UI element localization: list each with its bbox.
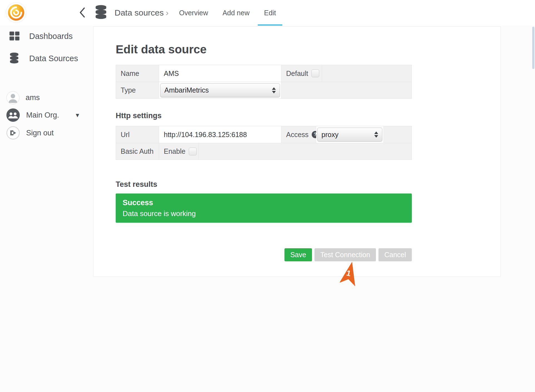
- breadcrumb[interactable]: Data sources: [115, 0, 164, 26]
- access-select-cell: proxy: [316, 126, 384, 143]
- dashboards-grid-icon: [9, 30, 20, 42]
- http-settings-table: Url Access ? proxy Basic Auth En: [116, 126, 412, 160]
- sidebar-item-dashboards[interactable]: Dashboards: [9, 30, 73, 42]
- success-message: Data source is working: [123, 209, 405, 218]
- access-select[interactable]: proxy: [317, 128, 382, 142]
- url-input[interactable]: [159, 126, 281, 143]
- empty-cell: [384, 126, 412, 143]
- type-select-value: AmbariMetrics: [164, 86, 209, 94]
- basic-auth-checkbox[interactable]: [189, 148, 197, 155]
- sidebar-user[interactable]: ams: [6, 91, 40, 104]
- datasource-form-table: Name Default Type AmbariMetrics: [116, 65, 412, 99]
- basic-auth-row: Basic Auth Enable: [116, 143, 412, 160]
- url-label: Url: [116, 126, 159, 143]
- name-label: Name: [116, 65, 159, 82]
- tab-edit[interactable]: Edit: [257, 0, 283, 26]
- tab-add-new[interactable]: Add new: [215, 0, 257, 26]
- top-header: Data sources › Overview Add new Edit: [0, 0, 535, 26]
- test-result-success-alert: Success Data source is working: [116, 193, 412, 223]
- select-arrows-icon: [272, 87, 276, 93]
- header-tabs: Overview Add new Edit: [172, 0, 283, 26]
- sidebar-item-data-sources[interactable]: Data Sources: [9, 52, 78, 64]
- access-select-value: proxy: [321, 131, 338, 139]
- empty-cell: [281, 82, 412, 98]
- page-title: Edit data source: [116, 43, 207, 56]
- org-name: Main Org.: [26, 111, 59, 120]
- cancel-button[interactable]: Cancel: [378, 248, 412, 261]
- grafana-logo[interactable]: [6, 3, 26, 23]
- default-label: Default: [286, 70, 308, 78]
- edit-data-source-panel: Edit data source Name Default Type Ambar…: [93, 26, 501, 277]
- url-row: Url Access ? proxy: [116, 126, 412, 143]
- sidebar-label-data-sources: Data Sources: [29, 54, 78, 63]
- chevron-left-icon: [79, 7, 85, 18]
- back-button[interactable]: [77, 6, 88, 19]
- organization-icon: [6, 108, 20, 122]
- form-actions: Save Test Connection Cancel: [116, 248, 412, 261]
- success-status: Success: [123, 199, 405, 207]
- type-select[interactable]: AmbariMetrics: [160, 83, 280, 97]
- sidebar-label-dashboards: Dashboards: [29, 32, 73, 41]
- empty-cell: [199, 143, 412, 160]
- sign-out-label: Sign out: [26, 129, 54, 137]
- enable-label: Enable: [164, 147, 185, 155]
- user-name: ams: [26, 93, 40, 102]
- annotation-cursor-1: 1: [340, 261, 359, 287]
- database-icon: [95, 4, 107, 21]
- default-cell: Default: [281, 65, 322, 82]
- http-settings-heading: Http settings: [116, 111, 162, 120]
- name-row: Name Default: [116, 65, 412, 82]
- type-field-cell: AmbariMetrics: [159, 82, 281, 98]
- sidebar-sign-out[interactable]: Sign out: [6, 126, 54, 140]
- database-icon: [9, 52, 20, 64]
- empty-cell: [322, 65, 412, 82]
- name-field-cell: [159, 65, 281, 82]
- test-connection-button[interactable]: Test Connection: [314, 248, 376, 261]
- save-button[interactable]: Save: [284, 248, 312, 261]
- type-label: Type: [116, 82, 159, 98]
- user-avatar-icon: [6, 91, 19, 104]
- scrollbar-thumb[interactable]: [532, 27, 534, 69]
- tab-overview[interactable]: Overview: [172, 0, 215, 26]
- name-input[interactable]: [159, 65, 281, 82]
- access-cell: Access ?: [281, 126, 316, 143]
- type-row: Type AmbariMetrics: [116, 82, 412, 98]
- default-checkbox[interactable]: [311, 70, 319, 77]
- select-arrows-icon: [374, 132, 378, 138]
- chevron-right-icon: ›: [166, 0, 169, 26]
- enable-cell: Enable: [159, 143, 199, 160]
- test-results-heading: Test results: [116, 180, 157, 189]
- sign-out-icon: [6, 126, 20, 140]
- sidebar-org-switcher[interactable]: Main Org. ▾: [6, 108, 79, 122]
- caret-down-icon: ▾: [76, 111, 79, 119]
- basic-auth-label: Basic Auth: [116, 143, 159, 160]
- url-field-cell: [159, 126, 281, 143]
- access-label: Access: [286, 131, 309, 139]
- grafana-logo-icon: [8, 4, 25, 21]
